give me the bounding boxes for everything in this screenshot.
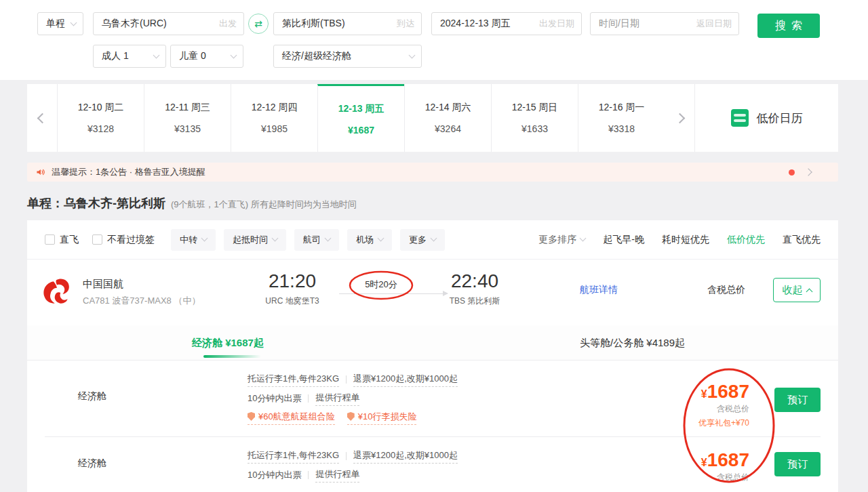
search-bar: 单程 乌鲁木齐(URC) 出发 ⇄ 第比利斯(TBS) 到达 2024-12-1… [0, 0, 868, 80]
fare-price: ¥1687 [701, 449, 749, 471]
notice-text: 温馨提示：1条公告 · 格鲁吉亚入境提醒 [52, 166, 205, 178]
filter-transfer[interactable]: 中转 [171, 229, 216, 251]
date-price: ¥3264 [435, 123, 461, 134]
flight-summary: 中国国航 CA781 波音737-MAX8 （中） 21:20 URC 地窝堡T… [27, 260, 838, 325]
date-cell[interactable]: 12-11 周三 ¥3135 [144, 84, 231, 152]
date-label: 12-12 周四 [252, 102, 298, 114]
fare-cabin-label: 经济舱 [78, 457, 106, 470]
calendar-label: 低价日历 [757, 110, 803, 126]
date-cell[interactable]: 12-15 周日 ¥1633 [491, 84, 578, 152]
adult-value: 成人 1 [102, 50, 129, 62]
air-china-logo-icon [39, 276, 75, 312]
filter-label: 航司 [303, 234, 321, 246]
filter-more[interactable]: 更多 [400, 229, 445, 251]
fare-price: ¥1687 [698, 381, 749, 403]
filter-label: 更多 [409, 234, 427, 246]
filter-airport[interactable]: 机场 [347, 229, 392, 251]
notice-bar[interactable]: 温馨提示：1条公告 · 格鲁吉亚入境提醒 [27, 163, 838, 182]
depart-date-label: 出发日期 [539, 18, 574, 30]
divider [346, 375, 347, 384]
sort-more-dropdown[interactable]: 更多排序 [538, 234, 585, 246]
trip-type-select[interactable]: 单程 [37, 12, 83, 35]
route-title: 单程：乌鲁木齐-第比利斯 [27, 195, 165, 211]
child-select[interactable]: 儿童 0 [170, 45, 243, 68]
filter-airline[interactable]: 航司 [294, 229, 339, 251]
sort-direct-first[interactable]: 直飞优先 [783, 234, 821, 246]
flight-details-link[interactable]: 航班详情 [580, 284, 618, 296]
carousel-next-button[interactable] [665, 84, 694, 152]
chevron-down-icon [71, 19, 77, 26]
filter-label: 机场 [356, 234, 374, 246]
date-price: ¥1985 [261, 123, 288, 134]
flight-number: CA781 波音737-MAX8 （中） [83, 295, 200, 307]
date-cell[interactable]: 12-16 周一 ¥3318 [578, 84, 665, 152]
chevron-down-icon [325, 235, 332, 242]
date-cell-selected[interactable]: 12-13 周五 ¥1687 [317, 84, 404, 152]
filter-label: 中转 [180, 234, 197, 246]
itinerary-info: 提供行程单 [315, 392, 359, 406]
checkbox-icon [45, 234, 55, 245]
date-price: ¥1687 [348, 125, 374, 136]
chevron-right-icon [674, 112, 685, 123]
price-value: 1687 [707, 449, 749, 470]
chevron-down-icon [431, 235, 437, 242]
to-value: 第比利斯(TBS) [282, 18, 345, 30]
return-date-label: 返回日期 [696, 18, 732, 30]
tab-first-business[interactable]: 头等舱/公务舱 ¥4189起 [580, 325, 685, 361]
from-input[interactable]: 乌鲁木齐(URC) 出发 [93, 12, 244, 35]
collapse-button[interactable]: 收起 [773, 278, 821, 302]
chevron-down-icon [409, 52, 416, 58]
chevron-down-icon [272, 235, 279, 242]
chevron-down-icon [231, 52, 237, 58]
return-date-input[interactable]: 时间/日期 返回日期 [590, 12, 739, 35]
search-button[interactable]: 搜索 [757, 14, 820, 38]
book-button[interactable]: 预订 [774, 452, 821, 476]
insurance-baggage-link[interactable]: ¥10行李损失险 [347, 411, 417, 425]
active-tab-underline [203, 355, 261, 358]
departure-airport: URC 地窝堡T3 [241, 295, 343, 307]
tax-included-label: 含税总价 [701, 472, 749, 483]
checkbox-no-transit-visa[interactable]: 不看过境签 [92, 234, 155, 246]
fare-row: 经济舱 托运行李1件,每件23KG 退票¥1200起,改期¥1000起 10分钟… [27, 361, 838, 437]
divider [308, 471, 309, 479]
from-label: 出发 [219, 18, 237, 30]
speaker-icon [35, 167, 46, 178]
sort-depart-time[interactable]: 起飞早-晚 [603, 234, 644, 246]
sort-duration[interactable]: 耗时短优先 [662, 234, 709, 246]
tax-included-label: 含税总价 [698, 403, 749, 415]
route-header: 单程：乌鲁木齐-第比利斯 (9个航班，1个直飞) 所有起降时间均为当地时间 [27, 195, 357, 211]
refund-info: 退票¥1200起,改期¥1000起 [353, 449, 458, 464]
ticketing-info: 10分钟内出票 [248, 392, 301, 405]
chevron-right-icon[interactable] [804, 168, 812, 176]
chevron-down-icon [201, 235, 208, 242]
depart-date-input[interactable]: 2024-12-13 周五 出发日期 [431, 12, 582, 35]
fare-details: 托运行李1件,每件23KG 退票¥1200起,改期¥1000起 10分钟内出票 … [248, 370, 458, 427]
sort-lowest-price[interactable]: 低价优先 [727, 234, 765, 246]
filter-bar: 直飞 不看过境签 中转 起抵时间 航司 [27, 220, 838, 260]
date-cell[interactable]: 12-12 周四 ¥1985 [231, 84, 317, 152]
swap-cities-icon[interactable]: ⇄ [248, 14, 269, 34]
fare-price-block: ¥1687 含税总价 优享礼包+¥70 [698, 381, 749, 429]
trip-type-value: 单程 [46, 18, 65, 30]
filter-times[interactable]: 起抵时间 [224, 229, 286, 251]
arrival-time: 22:40 [424, 270, 526, 292]
carousel-prev-button[interactable] [27, 84, 57, 152]
cabin-class-select[interactable]: 经济/超级经济舱 [273, 45, 422, 68]
date-cell[interactable]: 12-14 周六 ¥3264 [404, 84, 491, 152]
date-cell[interactable]: 12-10 周二 ¥3128 [57, 84, 144, 152]
results-card: 直飞 不看过境签 中转 起抵时间 航司 [27, 220, 838, 492]
chevron-left-icon [37, 112, 47, 123]
return-date-value: 时间/日期 [599, 18, 639, 30]
divider [308, 394, 309, 403]
to-input[interactable]: 第比利斯(TBS) 到达 [273, 12, 422, 35]
fare-row: 经济舱 托运行李1件,每件23KG 退票¥1200起,改期¥1000起 10分钟… [27, 437, 838, 492]
date-label: 12-14 周六 [425, 102, 471, 114]
cabin-class-value: 经济/超级经济舱 [282, 50, 351, 62]
checkbox-direct-flight[interactable]: 直飞 [45, 234, 79, 246]
adult-select[interactable]: 成人 1 [93, 45, 166, 68]
low-price-calendar-button[interactable]: 低价日历 [694, 84, 838, 152]
book-button[interactable]: 预订 [774, 388, 821, 412]
date-label: 12-16 周一 [599, 102, 645, 114]
collapse-label: 收起 [783, 284, 803, 297]
insurance-combo-link[interactable]: ¥60航意航延组合险 [248, 411, 335, 425]
